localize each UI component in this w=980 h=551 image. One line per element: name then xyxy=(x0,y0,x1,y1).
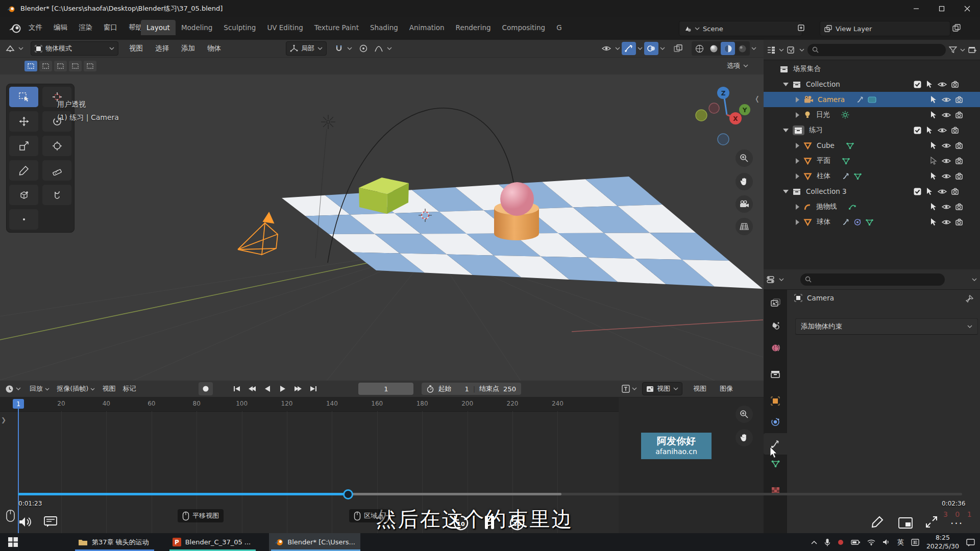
camera-toggle-icon[interactable] xyxy=(951,81,960,88)
chevron-down-icon[interactable] xyxy=(960,48,965,52)
eye-toggle-icon[interactable] xyxy=(938,127,947,134)
filter-funnel-icon[interactable] xyxy=(949,46,957,54)
expand-icon[interactable] xyxy=(795,204,799,210)
outliner-item-label[interactable]: 球体 xyxy=(817,217,830,227)
editor-type-icon[interactable] xyxy=(5,44,15,53)
workspace-tab-uv-editing[interactable]: UV Editing xyxy=(261,20,308,35)
tool-scale[interactable] xyxy=(9,136,38,156)
blender-logo-icon[interactable] xyxy=(8,22,22,35)
expand-icon[interactable] xyxy=(795,97,799,103)
zoom-in-icon[interactable] xyxy=(736,406,753,423)
camera-toggle-icon[interactable] xyxy=(955,142,964,149)
timeline-menu-1[interactable]: 抠像(插帧) xyxy=(53,383,99,395)
menu-1[interactable]: 编辑 xyxy=(50,21,71,34)
outliner-item-label[interactable]: 练习 xyxy=(809,126,823,135)
snap-magnet-icon[interactable] xyxy=(332,42,346,55)
checkbox-toggle-icon[interactable] xyxy=(914,81,921,88)
wifi-icon[interactable] xyxy=(867,539,875,545)
transform-orientation-dropdown[interactable]: 局部 xyxy=(286,41,327,56)
fullscreen-exit-icon[interactable] xyxy=(925,515,938,529)
editor-type-icon[interactable] xyxy=(767,276,776,284)
timeline-menu-2[interactable]: 视图 xyxy=(99,383,119,395)
select-mode-subtract-icon[interactable] xyxy=(54,61,67,71)
expand-icon[interactable] xyxy=(783,128,789,132)
new-view-layer-icon[interactable] xyxy=(952,24,961,32)
outliner-row-Collection 3[interactable]: Collection 3 xyxy=(764,184,980,199)
tool-annotate[interactable] xyxy=(9,160,38,181)
image-editor-menu-0[interactable]: 视图 xyxy=(690,383,710,395)
outliner-row-日光[interactable]: 日光 xyxy=(764,107,980,122)
pause-icon[interactable] xyxy=(483,514,496,531)
expand-icon[interactable] xyxy=(795,173,799,179)
tool-add-cube[interactable] xyxy=(9,185,38,205)
pin-icon[interactable] xyxy=(966,295,973,303)
eye-toggle-icon[interactable] xyxy=(942,96,951,103)
outliner-item-label[interactable]: 抛物线 xyxy=(816,202,837,211)
outliner-row-场景集合[interactable]: 场景集合 xyxy=(764,61,980,77)
eye-toggle-icon[interactable] xyxy=(942,142,951,149)
new-scene-icon[interactable] xyxy=(797,24,805,32)
cursor-toggle-icon[interactable] xyxy=(926,126,933,134)
rewind-10-icon[interactable]: 10 xyxy=(452,514,470,532)
speaker-icon[interactable] xyxy=(883,539,890,545)
timeline-menu-3[interactable]: 标记 xyxy=(119,383,139,395)
outliner-item-label[interactable]: 日光 xyxy=(816,110,830,119)
workspace-tab-shading[interactable]: Shading xyxy=(364,20,404,35)
properties-tab-object-icon[interactable] xyxy=(764,390,787,412)
shading-solid-icon[interactable] xyxy=(706,42,721,55)
expand-icon[interactable] xyxy=(795,158,799,164)
image-editor-menu-1[interactable]: 图像 xyxy=(716,383,737,395)
viewport-menu-1[interactable]: 选择 xyxy=(152,42,173,55)
workspace-tab-rendering[interactable]: Rendering xyxy=(450,20,497,35)
tool-select-box[interactable] xyxy=(9,87,38,107)
eye-toggle-icon[interactable] xyxy=(942,204,951,210)
shading-wireframe-icon[interactable] xyxy=(692,42,706,55)
view-layer-selector[interactable]: View Layer xyxy=(820,21,950,36)
cursor-toggle-icon[interactable] xyxy=(930,203,937,211)
current-frame-field[interactable]: 1 xyxy=(358,383,413,395)
chevron-down-icon[interactable] xyxy=(972,278,977,281)
chevron-down-icon[interactable] xyxy=(799,48,804,52)
outliner-item-label[interactable]: 场景集合 xyxy=(793,64,821,73)
tray-expand-icon[interactable] xyxy=(811,540,817,544)
menu-3[interactable]: 窗口 xyxy=(100,21,121,34)
eye-toggle-icon[interactable] xyxy=(942,112,951,118)
timeline-menu-0[interactable]: 回放 xyxy=(26,383,53,395)
expand-icon[interactable] xyxy=(783,82,789,86)
stopwatch-icon[interactable] xyxy=(427,385,434,393)
cursor-toggle-icon[interactable] xyxy=(926,187,933,195)
chevron-down-icon[interactable] xyxy=(751,47,756,50)
image-view-mode-dropdown[interactable]: 视图 xyxy=(642,382,682,395)
tool-hook[interactable] xyxy=(42,185,71,205)
camera-toggle-icon[interactable] xyxy=(955,96,964,103)
chevron-down-icon[interactable] xyxy=(16,387,21,390)
properties-tab-output-icon[interactable] xyxy=(764,363,787,385)
jump-to-start-icon[interactable] xyxy=(229,382,244,395)
more-options-icon[interactable]: ··· xyxy=(950,517,963,530)
eye-toggle-icon[interactable] xyxy=(938,188,947,195)
select-mode-intersect-icon[interactable] xyxy=(84,61,96,71)
pan-hand-icon[interactable] xyxy=(736,429,753,446)
next-keyframe-icon[interactable] xyxy=(290,382,305,395)
zoom-in-icon[interactable] xyxy=(736,149,753,167)
sidebar-collapse-arrow[interactable]: ❬ xyxy=(754,95,760,103)
forward-30-icon[interactable]: 30 xyxy=(508,514,526,532)
outliner-row-Cube[interactable]: Cube xyxy=(764,138,980,153)
select-mode-invert-icon[interactable] xyxy=(69,61,82,71)
chevron-down-icon[interactable] xyxy=(347,47,352,50)
workspace-tab-g[interactable]: G xyxy=(551,20,567,35)
properties-tab-physics-icon[interactable] xyxy=(764,411,787,433)
camera-toggle-icon[interactable] xyxy=(955,157,964,164)
viewport-menu-2[interactable]: 添加 xyxy=(178,42,199,55)
expand-icon[interactable] xyxy=(795,112,799,118)
chevron-down-icon[interactable] xyxy=(387,47,392,50)
workspace-tab-modeling[interactable]: Modeling xyxy=(176,20,218,35)
display-mode-icon[interactable] xyxy=(787,46,796,54)
end-frame-value[interactable]: 250 xyxy=(503,385,516,393)
outliner-item-label[interactable]: Camera xyxy=(818,95,845,104)
chevron-down-icon[interactable] xyxy=(638,47,643,50)
playhead-frame-badge[interactable]: 1 xyxy=(13,399,24,409)
jump-to-end-icon[interactable] xyxy=(306,382,321,395)
outliner-item-label[interactable]: Collection 3 xyxy=(806,187,847,195)
video-progress-knob[interactable] xyxy=(343,489,353,499)
